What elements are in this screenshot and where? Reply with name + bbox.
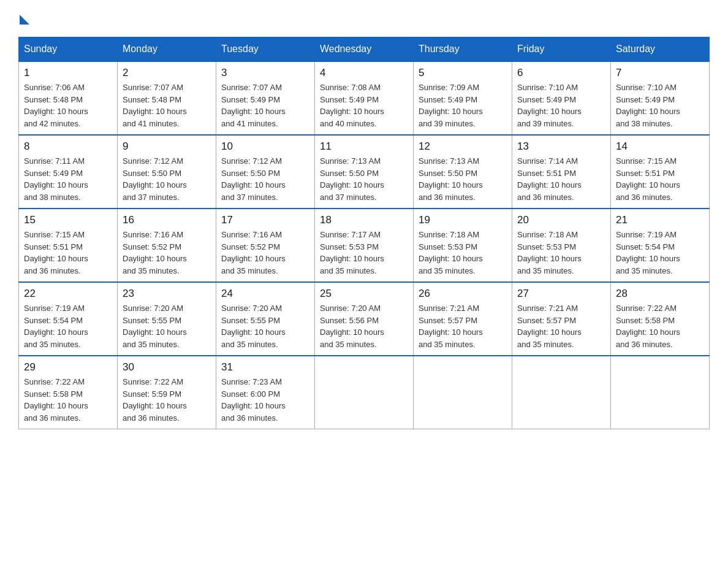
day-info: Sunrise: 7:14 AM Sunset: 5:51 PM Dayligh…: [517, 155, 605, 203]
day-cell: 28 Sunrise: 7:22 AM Sunset: 5:58 PM Dayl…: [611, 282, 710, 356]
calendar-table: SundayMondayTuesdayWednesdayThursdayFrid…: [18, 37, 710, 429]
day-number: 31: [221, 361, 309, 373]
day-number: 3: [221, 67, 309, 79]
day-info: Sunrise: 7:21 AM Sunset: 5:57 PM Dayligh…: [419, 302, 507, 350]
day-number: 15: [24, 214, 112, 226]
logo-arrow-icon: [20, 15, 29, 25]
day-info: Sunrise: 7:20 AM Sunset: 5:55 PM Dayligh…: [123, 302, 211, 350]
page-header: [18, 12, 710, 25]
day-number: 30: [123, 361, 211, 373]
day-info: Sunrise: 7:19 AM Sunset: 5:54 PM Dayligh…: [24, 302, 112, 350]
week-row-4: 22 Sunrise: 7:19 AM Sunset: 5:54 PM Dayl…: [19, 282, 710, 356]
day-number: 28: [616, 288, 704, 300]
column-header-tuesday: Tuesday: [216, 37, 315, 62]
day-info: Sunrise: 7:22 AM Sunset: 5:58 PM Dayligh…: [616, 302, 704, 350]
day-number: 27: [517, 288, 605, 300]
day-cell: 26 Sunrise: 7:21 AM Sunset: 5:57 PM Dayl…: [414, 282, 512, 356]
day-number: 5: [419, 67, 507, 79]
day-number: 10: [221, 140, 309, 153]
day-info: Sunrise: 7:12 AM Sunset: 5:50 PM Dayligh…: [123, 155, 211, 203]
day-cell: 29 Sunrise: 7:22 AM Sunset: 5:58 PM Dayl…: [19, 356, 118, 429]
day-info: Sunrise: 7:21 AM Sunset: 5:57 PM Dayligh…: [517, 302, 605, 350]
day-number: 18: [320, 214, 408, 226]
logo: [18, 12, 29, 25]
day-cell: 19 Sunrise: 7:18 AM Sunset: 5:53 PM Dayl…: [414, 209, 512, 282]
day-info: Sunrise: 7:20 AM Sunset: 5:55 PM Dayligh…: [221, 302, 309, 350]
header-row: SundayMondayTuesdayWednesdayThursdayFrid…: [19, 37, 710, 62]
day-number: 2: [123, 67, 211, 79]
column-header-friday: Friday: [512, 37, 611, 62]
day-cell: 10 Sunrise: 7:12 AM Sunset: 5:50 PM Dayl…: [216, 135, 315, 209]
column-header-saturday: Saturday: [611, 37, 710, 62]
day-info: Sunrise: 7:17 AM Sunset: 5:53 PM Dayligh…: [320, 229, 408, 277]
day-number: 6: [517, 67, 605, 79]
day-number: 13: [517, 140, 605, 153]
day-info: Sunrise: 7:15 AM Sunset: 5:51 PM Dayligh…: [616, 155, 704, 203]
day-info: Sunrise: 7:20 AM Sunset: 5:56 PM Dayligh…: [320, 302, 408, 350]
day-number: 26: [419, 288, 507, 300]
day-cell: 15 Sunrise: 7:15 AM Sunset: 5:51 PM Dayl…: [19, 209, 118, 282]
day-number: 25: [320, 288, 408, 300]
day-cell: 14 Sunrise: 7:15 AM Sunset: 5:51 PM Dayl…: [611, 135, 710, 209]
day-info: Sunrise: 7:22 AM Sunset: 5:58 PM Dayligh…: [24, 376, 112, 424]
week-row-1: 1 Sunrise: 7:06 AM Sunset: 5:48 PM Dayli…: [19, 61, 710, 135]
day-info: Sunrise: 7:13 AM Sunset: 5:50 PM Dayligh…: [419, 155, 507, 203]
day-cell: 22 Sunrise: 7:19 AM Sunset: 5:54 PM Dayl…: [19, 282, 118, 356]
day-cell: 7 Sunrise: 7:10 AM Sunset: 5:49 PM Dayli…: [611, 61, 710, 135]
day-cell: [512, 356, 611, 429]
day-number: 29: [24, 361, 112, 373]
day-info: Sunrise: 7:18 AM Sunset: 5:53 PM Dayligh…: [517, 229, 605, 277]
day-cell: 4 Sunrise: 7:08 AM Sunset: 5:49 PM Dayli…: [315, 61, 414, 135]
day-cell: 24 Sunrise: 7:20 AM Sunset: 5:55 PM Dayl…: [216, 282, 315, 356]
day-number: 16: [123, 214, 211, 226]
day-info: Sunrise: 7:22 AM Sunset: 5:59 PM Dayligh…: [123, 376, 211, 424]
day-number: 21: [616, 214, 704, 226]
day-info: Sunrise: 7:10 AM Sunset: 5:49 PM Dayligh…: [517, 82, 605, 129]
day-info: Sunrise: 7:12 AM Sunset: 5:50 PM Dayligh…: [221, 155, 309, 203]
day-cell: 25 Sunrise: 7:20 AM Sunset: 5:56 PM Dayl…: [315, 282, 414, 356]
day-cell: [611, 356, 710, 429]
day-cell: 9 Sunrise: 7:12 AM Sunset: 5:50 PM Dayli…: [118, 135, 216, 209]
day-info: Sunrise: 7:15 AM Sunset: 5:51 PM Dayligh…: [24, 229, 112, 277]
day-number: 12: [419, 140, 507, 153]
day-info: Sunrise: 7:06 AM Sunset: 5:48 PM Dayligh…: [24, 82, 112, 129]
day-cell: 11 Sunrise: 7:13 AM Sunset: 5:50 PM Dayl…: [315, 135, 414, 209]
day-info: Sunrise: 7:11 AM Sunset: 5:49 PM Dayligh…: [24, 155, 112, 203]
day-cell: 31 Sunrise: 7:23 AM Sunset: 6:00 PM Dayl…: [216, 356, 315, 429]
day-cell: 27 Sunrise: 7:21 AM Sunset: 5:57 PM Dayl…: [512, 282, 611, 356]
day-cell: 21 Sunrise: 7:19 AM Sunset: 5:54 PM Dayl…: [611, 209, 710, 282]
column-header-wednesday: Wednesday: [315, 37, 414, 62]
day-info: Sunrise: 7:23 AM Sunset: 6:00 PM Dayligh…: [221, 376, 309, 424]
day-number: 7: [616, 67, 704, 79]
day-number: 9: [123, 140, 211, 153]
day-info: Sunrise: 7:16 AM Sunset: 5:52 PM Dayligh…: [221, 229, 309, 277]
day-cell: 1 Sunrise: 7:06 AM Sunset: 5:48 PM Dayli…: [19, 61, 118, 135]
week-row-5: 29 Sunrise: 7:22 AM Sunset: 5:58 PM Dayl…: [19, 356, 710, 429]
day-number: 24: [221, 288, 309, 300]
day-info: Sunrise: 7:08 AM Sunset: 5:49 PM Dayligh…: [320, 82, 408, 129]
day-cell: 20 Sunrise: 7:18 AM Sunset: 5:53 PM Dayl…: [512, 209, 611, 282]
day-info: Sunrise: 7:09 AM Sunset: 5:49 PM Dayligh…: [419, 82, 507, 129]
day-number: 8: [24, 140, 112, 153]
day-info: Sunrise: 7:18 AM Sunset: 5:53 PM Dayligh…: [419, 229, 507, 277]
column-header-sunday: Sunday: [19, 37, 118, 62]
column-header-thursday: Thursday: [414, 37, 512, 62]
day-cell: 5 Sunrise: 7:09 AM Sunset: 5:49 PM Dayli…: [414, 61, 512, 135]
day-cell: 12 Sunrise: 7:13 AM Sunset: 5:50 PM Dayl…: [414, 135, 512, 209]
day-number: 22: [24, 288, 112, 300]
day-cell: 3 Sunrise: 7:07 AM Sunset: 5:49 PM Dayli…: [216, 61, 315, 135]
day-number: 4: [320, 67, 408, 79]
day-number: 11: [320, 140, 408, 153]
day-number: 19: [419, 214, 507, 226]
day-cell: 30 Sunrise: 7:22 AM Sunset: 5:59 PM Dayl…: [118, 356, 216, 429]
day-cell: 18 Sunrise: 7:17 AM Sunset: 5:53 PM Dayl…: [315, 209, 414, 282]
day-info: Sunrise: 7:07 AM Sunset: 5:49 PM Dayligh…: [221, 82, 309, 129]
day-cell: 13 Sunrise: 7:14 AM Sunset: 5:51 PM Dayl…: [512, 135, 611, 209]
day-cell: [315, 356, 414, 429]
day-info: Sunrise: 7:10 AM Sunset: 5:49 PM Dayligh…: [616, 82, 704, 129]
day-cell: [414, 356, 512, 429]
day-number: 1: [24, 67, 112, 79]
day-number: 20: [517, 214, 605, 226]
day-info: Sunrise: 7:07 AM Sunset: 5:48 PM Dayligh…: [123, 82, 211, 129]
day-number: 14: [616, 140, 704, 153]
